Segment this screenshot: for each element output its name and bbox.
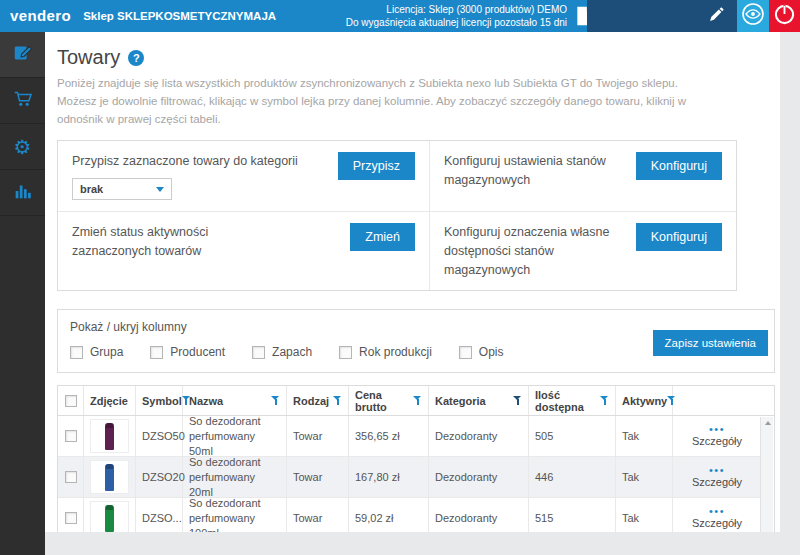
cell-category: Dezodoranty (429, 416, 529, 456)
sidebar-item-settings[interactable]: ⚙ (0, 124, 45, 170)
table-scrollbar[interactable] (760, 417, 773, 532)
product-image (90, 501, 129, 532)
row-checkbox[interactable] (65, 512, 77, 524)
cell-name: So dezodorant perfumowany 20ml (183, 457, 287, 497)
cell-category: Dezodoranty (429, 498, 529, 532)
column-option-opis: Opis (459, 345, 504, 359)
bottle-shape (105, 505, 114, 532)
columns-visibility-panel: Pokaż / ukryj kolumny Grupa Producent Za… (57, 309, 775, 373)
cell-symbol: DZSO20 (136, 457, 183, 497)
save-settings-button[interactable]: Zapisz ustawienia (653, 330, 768, 356)
license-document-icon[interactable] (567, 0, 587, 32)
bulk-actions-panel: Przypisz zaznaczone towary do kategorii … (57, 140, 737, 291)
product-image (90, 460, 129, 494)
row-menu-dots[interactable]: ••• (709, 507, 725, 515)
bottle-shape (105, 423, 114, 450)
row-menu-dots[interactable]: ••• (709, 425, 725, 433)
configure-stock-button[interactable]: Konfiguruj (636, 152, 722, 180)
filter-funnel-icon[interactable] (413, 396, 422, 406)
grupa-label: Grupa (90, 345, 123, 359)
sidebar-item-orders[interactable] (0, 78, 45, 124)
producent-label: Producent (170, 345, 225, 359)
zapach-label: Zapach (272, 345, 312, 359)
license-line1: Licencja: Sklep (3000 produktów) DEMO (346, 3, 567, 16)
column-option-producent: Producent (150, 345, 225, 359)
help-icon[interactable]: ? (128, 50, 144, 66)
vendero-logo: vendero (0, 0, 83, 32)
details-link[interactable]: Szczegóły (692, 516, 742, 531)
chevron-down-icon (156, 187, 164, 192)
cell-name: So dezodorant perfumowany 50ml (183, 416, 287, 456)
filter-funnel-icon[interactable] (600, 396, 609, 406)
configure-availability-button[interactable]: Konfiguruj (636, 223, 722, 251)
change-status-label: Zmień status aktywności zaznaczonych tow… (72, 223, 272, 261)
opis-label: Opis (479, 345, 504, 359)
cell-active: Tak (616, 416, 673, 456)
pencil-icon[interactable] (708, 6, 725, 27)
header-nazwa: Nazwa (183, 386, 287, 415)
preview-shop-button[interactable] (737, 0, 769, 32)
header-cena-brutto: Cena brutto (349, 386, 429, 415)
details-link[interactable]: Szczegóły (692, 434, 742, 449)
app-window: vendero Sklep SKLEPKOSMETYCZNYMAJA Licen… (0, 0, 800, 555)
topbar-tools-zone (587, 0, 737, 32)
table-row: DZSO... So dezodorant perfumowany 100ml … (58, 498, 761, 532)
row-checkbox[interactable] (65, 471, 77, 483)
header-aktywny: Aktywny (616, 386, 673, 415)
details-link[interactable]: Szczegóły (692, 475, 742, 490)
cell-active: Tak (616, 457, 673, 497)
active-filter-funnel-icon[interactable] (513, 396, 522, 406)
edit-products-icon (12, 42, 34, 68)
cart-icon (12, 88, 34, 114)
power-icon (773, 3, 796, 30)
cell-symbol: DZSO50 (136, 416, 183, 456)
producent-checkbox[interactable] (150, 346, 163, 359)
sidebar-item-statistics[interactable] (0, 170, 45, 216)
cell-active: Tak (616, 498, 673, 532)
select-all-checkbox[interactable] (65, 395, 77, 407)
header-symbol: Symbol (136, 386, 183, 415)
grupa-checkbox[interactable] (70, 346, 83, 359)
column-option-zapach: Zapach (252, 345, 312, 359)
category-dropdown-value: brak (80, 183, 103, 195)
header-kategoria: Kategoria (429, 386, 529, 415)
column-option-grupa: Grupa (70, 345, 123, 359)
bottle-shape (105, 464, 114, 491)
row-checkbox[interactable] (65, 430, 77, 442)
opis-checkbox[interactable] (459, 346, 472, 359)
filter-funnel-icon[interactable] (333, 396, 342, 406)
page-description: Poniżej znajduje się lista wszystkich pr… (57, 75, 715, 128)
header-zdjecie: Zdjęcie (84, 386, 136, 415)
stock-settings-section: Konfiguruj ustawienia stanów magazynowyc… (430, 141, 736, 212)
assign-button[interactable]: Przypisz (338, 152, 415, 180)
row-menu-dots[interactable]: ••• (709, 466, 725, 474)
category-dropdown[interactable]: brak (72, 178, 172, 200)
cell-type: Towar (287, 457, 349, 497)
page-title: Towary (57, 46, 120, 69)
zapach-checkbox[interactable] (252, 346, 265, 359)
gear-icon: ⚙ (14, 137, 32, 157)
cell-symbol: DZSO... (136, 498, 183, 532)
eye-icon (741, 2, 765, 30)
table-header-row: Zdjęcie Symbol Nazwa Rodzaj Cena brutto … (58, 386, 774, 416)
assign-category-label: Przypisz zaznaczone towary do kategorii (72, 152, 298, 171)
cell-price: 59,02 zł (349, 498, 429, 532)
logout-button[interactable] (769, 0, 800, 32)
license-line2: Do wygaśnięcia aktualnej licencji pozost… (346, 16, 567, 29)
filter-funnel-icon[interactable] (667, 396, 676, 406)
column-option-rok-produkcji: Rok produkcji (339, 345, 432, 359)
cell-price: 167,80 zł (349, 457, 429, 497)
rok-produkcji-label: Rok produkcji (359, 345, 432, 359)
cell-price: 356,65 zł (349, 416, 429, 456)
rok-produkcji-checkbox[interactable] (339, 346, 352, 359)
filter-funnel-icon[interactable] (182, 396, 191, 406)
change-status-button[interactable]: Zmień (350, 223, 415, 251)
filter-funnel-icon[interactable] (271, 396, 280, 406)
stock-settings-label: Konfiguruj ustawienia stanów magazynowyc… (444, 152, 622, 190)
sidebar-item-products[interactable] (0, 32, 45, 78)
scroll-up-icon[interactable] (765, 421, 771, 425)
topbar-spacer (276, 0, 346, 32)
cell-type: Towar (287, 498, 349, 532)
cell-quantity: 446 (529, 457, 616, 497)
cell-type: Towar (287, 416, 349, 456)
